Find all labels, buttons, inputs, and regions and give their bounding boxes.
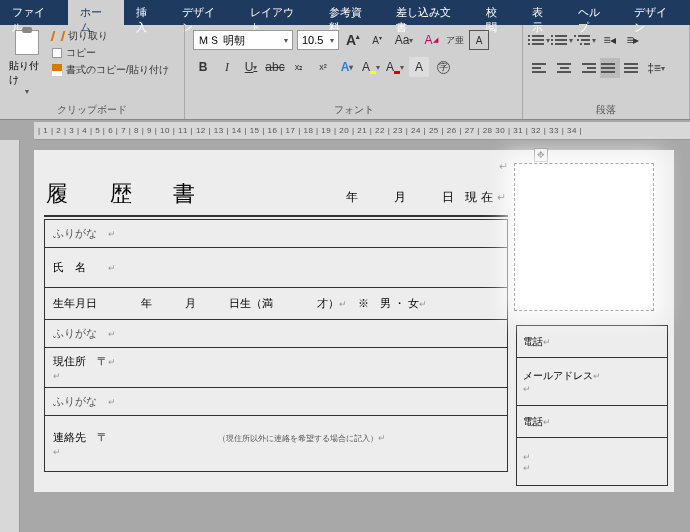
font-group-label: フォント [193, 101, 514, 117]
date-line[interactable]: 年 月 日 現在 [346, 189, 497, 206]
email-cell[interactable]: メールアドレス↵↵ [516, 358, 667, 406]
chevron-down-icon: ▾ [330, 36, 334, 45]
clear-format-button[interactable]: A◢ [421, 30, 441, 50]
decrease-indent-button[interactable]: ≡◂ [600, 30, 620, 50]
text-effects-button[interactable]: A▾ [337, 57, 357, 77]
grow-font-button[interactable]: A▴ [343, 30, 363, 50]
font-name-value: ＭＳ 明朝 [198, 33, 245, 48]
tab-layout[interactable]: レイアウト [238, 0, 317, 25]
copy-button[interactable]: コピー [52, 46, 169, 60]
distribute-icon [624, 60, 642, 76]
shrink-font-icon: A▾ [372, 34, 382, 46]
highlight-icon: A [362, 60, 370, 74]
underline-button[interactable]: U▾ [241, 57, 261, 77]
clipboard-group: 貼り付け ▾ 切り取り コピー 書式のコピー/貼り付け クリップボード [0, 25, 185, 119]
copy-label: コピー [66, 46, 96, 60]
align-left-icon [532, 60, 550, 76]
furigana-cell[interactable]: ふりがな ↵ [45, 220, 508, 248]
phonetic-button[interactable]: ア亜 [445, 30, 465, 50]
name-cell[interactable]: 氏 名 ↵ [45, 248, 508, 288]
phone-cell[interactable]: 電話↵ [516, 326, 667, 358]
char-shading-button[interactable]: A [409, 57, 429, 77]
align-center-icon [555, 60, 573, 76]
phone-cell-2[interactable]: 電話↵ [516, 406, 667, 438]
format-painter-button[interactable]: 書式のコピー/貼り付け [52, 63, 169, 77]
enclose-char-button[interactable]: 字 [433, 57, 453, 77]
enclose-button[interactable]: A [469, 30, 489, 50]
numbering-icon [555, 33, 569, 47]
align-justify-icon [601, 60, 619, 76]
brush-icon [52, 64, 62, 76]
paste-button[interactable]: 貼り付け ▾ [8, 29, 46, 97]
font-color-button[interactable]: A▾ [385, 57, 405, 77]
tab-file[interactable]: ファイル [0, 0, 68, 25]
tab-view[interactable]: 表示 [520, 0, 566, 25]
strike-button[interactable]: abc [265, 57, 285, 77]
photo-placeholder[interactable] [514, 163, 654, 311]
bullets-button[interactable]: ▾ [531, 30, 551, 50]
change-case-button[interactable]: Aa▾ [391, 30, 417, 50]
resume-right-column: 電話↵ メールアドレス↵↵ 電話↵ ↵↵ [516, 160, 668, 486]
tab-design2[interactable]: デザイン [622, 0, 690, 25]
paragraph-mark: ↵ [497, 191, 506, 204]
vertical-ruler[interactable] [0, 140, 20, 532]
multilevel-button[interactable]: ▾ [577, 30, 597, 50]
align-right-icon [578, 60, 596, 76]
ribbon: 貼り付け ▾ 切り取り コピー 書式のコピー/貼り付け クリップボード ＭＳ 明… [0, 25, 690, 120]
font-size-combo[interactable]: 10.5▾ [297, 30, 339, 50]
align-center-button[interactable] [554, 58, 574, 78]
distribute-button[interactable] [623, 58, 643, 78]
resume-table: ふりがな ↵ 氏 名 ↵ 生年月日 年 月 日生（満 才）↵ ※ 男 ・ 女↵ … [44, 219, 508, 472]
paragraph-mark: ↵ [499, 160, 508, 172]
tab-review[interactable]: 校閲 [474, 0, 520, 25]
bold-button[interactable]: B [193, 57, 213, 77]
increase-indent-button[interactable]: ≡▸ [623, 30, 643, 50]
cut-button[interactable]: 切り取り [52, 29, 169, 43]
cut-label: 切り取り [68, 29, 108, 43]
horizontal-ruler[interactable]: | 1 | 2 | 3 | 4 | 5 | 6 | 7 | 8 | 9 | 10… [34, 122, 690, 140]
bullets-icon [532, 33, 546, 47]
align-right-button[interactable] [577, 58, 597, 78]
paragraph-group-label: 段落 [531, 101, 681, 117]
paragraph-group: ▾ ▾ ▾ ≡◂ ≡▸ ‡≡▾ 段落 [523, 25, 690, 119]
furigana-cell-3[interactable]: ふりがな ↵ [45, 388, 508, 416]
line-spacing-button[interactable]: ‡≡▾ [646, 58, 666, 78]
font-color-icon: A [386, 60, 394, 74]
font-group: ＭＳ 明朝▾ 10.5▾ A▴ A▾ Aa▾ A◢ ア亜 A B I U▾ ab… [185, 25, 523, 119]
page: ✥ ↵ 履 歴 書 年 月 日 現在 ↵ ふりがな ↵ 氏 名 ↵ 生年月日 年… [34, 150, 674, 492]
furigana-cell-2[interactable]: ふりがな ↵ [45, 320, 508, 348]
tab-mailmerge[interactable]: 差し込み文書 [384, 0, 474, 25]
birthdate-cell[interactable]: 生年月日 年 月 日生（満 才）↵ ※ 男 ・ 女↵ [45, 288, 508, 320]
grow-font-icon: A▴ [346, 32, 360, 48]
tab-references[interactable]: 参考資料 [317, 0, 385, 25]
font-name-combo[interactable]: ＭＳ 明朝▾ [193, 30, 293, 50]
tab-design[interactable]: デザイン [170, 0, 238, 25]
highlight-button[interactable]: A▾ [361, 57, 381, 77]
superscript-button[interactable]: x² [313, 57, 333, 77]
blank-cell[interactable]: ↵↵ [516, 438, 667, 486]
paste-label: 貼り付け [9, 59, 45, 87]
tab-insert[interactable]: 挿入 [124, 0, 170, 25]
italic-button[interactable]: I [217, 57, 237, 77]
align-justify-button[interactable] [600, 58, 620, 78]
numbering-button[interactable]: ▾ [554, 30, 574, 50]
ruler-area: | 1 | 2 | 3 | 4 | 5 | 6 | 7 | 8 | 9 | 10… [0, 120, 690, 140]
document-area: ✥ ↵ 履 歴 書 年 月 日 現在 ↵ ふりがな ↵ 氏 名 ↵ 生年月日 年… [0, 140, 690, 532]
tab-help[interactable]: ヘルプ [566, 0, 623, 25]
resume-side-table: 電話↵ メールアドレス↵↵ 電話↵ ↵↵ [516, 325, 668, 486]
clipboard-icon [15, 30, 39, 55]
multilevel-icon [578, 33, 592, 47]
resume-left-column: ↵ 履 歴 書 年 月 日 現在 ↵ ふりがな ↵ 氏 名 ↵ 生年月日 年 月… [44, 160, 508, 486]
shrink-font-button[interactable]: A▾ [367, 30, 387, 50]
address-cell[interactable]: 現住所 〒↵↵ [45, 348, 508, 388]
align-left-button[interactable] [531, 58, 551, 78]
subscript-button[interactable]: x₂ [289, 57, 309, 77]
chevron-down-icon: ▾ [25, 87, 29, 96]
tab-bar: ファイル ホーム 挿入 デザイン レイアウト 参考資料 差し込み文書 校閲 表示… [0, 0, 690, 25]
contact-cell[interactable]: 連絡先 〒 （現住所以外に連絡を希望する場合に記入）↵↵ [45, 416, 508, 472]
clipboard-group-label: クリップボード [8, 101, 176, 117]
scissors-icon [51, 31, 66, 41]
document-title[interactable]: 履 歴 書 [46, 179, 213, 209]
font-size-value: 10.5 [302, 34, 323, 46]
tab-home[interactable]: ホーム [68, 0, 125, 25]
